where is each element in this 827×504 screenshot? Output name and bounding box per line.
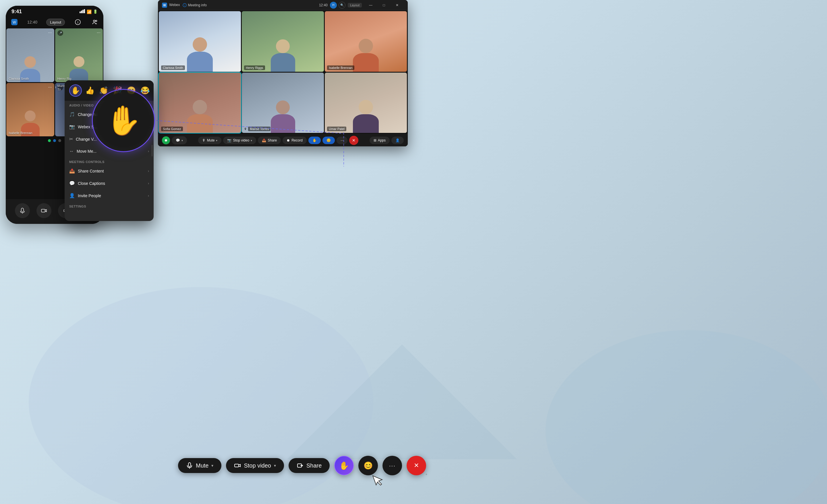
- people-icon[interactable]: [91, 18, 99, 26]
- titlebar-left: W Webex i Meeting info: [162, 3, 207, 8]
- layout-button[interactable]: Layout: [46, 19, 65, 26]
- big-end-call-button[interactable]: ✕: [406, 456, 426, 475]
- phone-time: 9:41: [11, 9, 22, 15]
- meeting-info-tab[interactable]: i Meeting info: [183, 3, 206, 7]
- phone-tile-menu-clarissa[interactable]: ···: [48, 30, 52, 35]
- chat-button[interactable]: 💬 ▾: [172, 136, 187, 144]
- video-label-sofia: Sofia Gomez: [161, 127, 183, 131]
- svg-rect-20: [188, 463, 191, 467]
- scrollbar[interactable]: [152, 145, 152, 156]
- record-button[interactable]: ⏺ Record: [283, 137, 307, 144]
- phone-time-center: 12:40: [27, 20, 37, 24]
- stop-video-button[interactable]: 📷 Stop video ▾: [223, 137, 256, 144]
- big-reaction-button[interactable]: 😊 +: [358, 456, 378, 475]
- menu-item-invite[interactable]: 👤 Invite People ›: [64, 190, 154, 202]
- close-button[interactable]: ✕: [391, 1, 404, 9]
- phone-tile-isabelle[interactable]: Isabelle Brennan ···: [6, 83, 54, 137]
- video-tile-umar[interactable]: Umar Patel: [325, 72, 407, 133]
- video-tile-henry[interactable]: Henry Riggs: [242, 11, 324, 72]
- phone-toolbar: W 12:40 Layout i: [6, 16, 103, 28]
- toolbar-left: 💬 ▾: [162, 136, 187, 144]
- reaction-icon: 😊: [327, 138, 331, 142]
- phone-tile-muted-marise: 🎙 Marise To: [57, 85, 63, 90]
- svg-text:i: i: [78, 20, 79, 24]
- video-tile-sofia[interactable]: Sofia Gomez: [159, 72, 241, 133]
- chevron-share: ›: [148, 169, 149, 173]
- big-hand-raise-button[interactable]: ✋: [334, 456, 354, 475]
- end-call-icon: ✕: [352, 138, 355, 143]
- wifi-icon: 📶: [87, 9, 92, 14]
- more-button-toolbar[interactable]: ···: [337, 137, 347, 144]
- big-mute-button[interactable]: Mute ▾: [178, 458, 222, 473]
- end-call-button[interactable]: ✕: [349, 136, 358, 145]
- share-button[interactable]: 📤 Share: [258, 137, 281, 144]
- toolbar-right: ⊞ Apps 👤: [370, 137, 404, 144]
- video-tile-isabelle[interactable]: Isabelle Brennan: [325, 11, 407, 72]
- svg-rect-22: [235, 464, 239, 467]
- chevron-captions: ›: [148, 182, 149, 186]
- big-reaction-icon: 😊: [363, 461, 373, 470]
- big-more-button[interactable]: ···: [383, 456, 402, 475]
- hand-raise-overlay: ✋: [92, 89, 155, 152]
- webex-logo: W Webex: [162, 3, 180, 8]
- battery-icon: 🔋: [93, 9, 98, 14]
- phone-mic-button[interactable]: [15, 203, 30, 218]
- apps-button[interactable]: ⊞ Apps: [370, 137, 390, 144]
- hand-raise-icon: ✋: [312, 138, 317, 142]
- video-chevron: ▾: [251, 139, 252, 142]
- share-icon: 📤: [262, 138, 266, 142]
- menu-item-captions-label: Close Captions: [78, 181, 105, 186]
- phone-tile-muted-henry: 🎤: [57, 30, 63, 36]
- more-icon: ···: [341, 138, 343, 142]
- webex-icon-small: W: [10, 18, 18, 26]
- status-indicator: [162, 136, 170, 144]
- menu-item-captions[interactable]: 💬 Close Captions ›: [64, 177, 154, 190]
- info-icon[interactable]: i: [74, 18, 82, 26]
- emoji-hand[interactable]: ✋: [69, 84, 82, 97]
- search-icon[interactable]: 🔍: [339, 2, 345, 9]
- menu-item-changev-label: Change V...: [76, 137, 97, 142]
- apps-label: Apps: [378, 138, 386, 142]
- big-stop-video-button[interactable]: Stop video ▾: [226, 458, 284, 473]
- big-end-icon: ✕: [414, 462, 419, 469]
- reaction-button[interactable]: 😊: [323, 137, 335, 144]
- video-label-clarissa: Clarissa Smith: [161, 65, 185, 70]
- titlebar-right: 12:40 H 🔍 Layout — □ ✕: [319, 1, 404, 9]
- big-share-button[interactable]: Share: [289, 458, 330, 473]
- big-mic-icon: [186, 462, 193, 469]
- chevron-invite: ›: [148, 194, 149, 198]
- phone-tile-clarissa[interactable]: Clarissa Smith ···: [6, 29, 54, 82]
- layout-tag[interactable]: Layout: [348, 3, 362, 7]
- minimize-button[interactable]: —: [364, 1, 377, 9]
- video-tile-marise[interactable]: 🎙 Marise Torres: [242, 72, 324, 133]
- phone-tile-menu-isabelle[interactable]: ···: [48, 85, 52, 90]
- phone-video-button[interactable]: [37, 203, 51, 218]
- mute-chevron: ▾: [216, 139, 217, 142]
- invite-icon: 👤: [69, 193, 75, 198]
- avatar-icon[interactable]: H: [330, 2, 337, 9]
- menu-item-share-content[interactable]: 📤 Share Content ›: [64, 165, 154, 177]
- hand-raise-button[interactable]: ✋: [308, 137, 321, 144]
- maximize-button[interactable]: □: [377, 1, 391, 9]
- video-label-umar: Umar Patel: [327, 127, 346, 131]
- phone-tile-menu-henry[interactable]: ···: [97, 30, 100, 35]
- big-hand-icon: ✋: [339, 461, 349, 470]
- phone-tile-henry[interactable]: Henry Rig 🎤 ···: [55, 29, 103, 82]
- webex-titlebar: W Webex i Meeting info 12:40 H 🔍 Layout …: [158, 0, 408, 10]
- phone-status-icons: 📶 🔋: [80, 9, 98, 14]
- emoji-thumbsup[interactable]: 👍: [84, 85, 96, 96]
- signal-icon: [80, 9, 85, 14]
- mute-label: Mute: [207, 138, 215, 142]
- emoji-surprised[interactable]: 😮: [153, 85, 154, 96]
- mute-button[interactable]: 🎙 Mute ▾: [198, 137, 222, 144]
- dot-gray: [58, 139, 61, 142]
- chevron-move-me: ›: [148, 149, 149, 153]
- svg-point-12: [95, 20, 97, 22]
- phone-tile-label-henry: Henry Rig: [57, 77, 71, 80]
- big-controls: Mute ▾ Stop video ▾ Share ✋ 😊 + ··· ✕: [178, 456, 426, 475]
- participants-button[interactable]: 👤: [391, 137, 404, 144]
- menu-section-controls: MEETING CONTROLS: [64, 157, 154, 165]
- dot-blue: [53, 139, 56, 142]
- big-more-icon: ···: [389, 462, 396, 469]
- video-tile-clarissa[interactable]: Clarissa Smith: [159, 11, 241, 72]
